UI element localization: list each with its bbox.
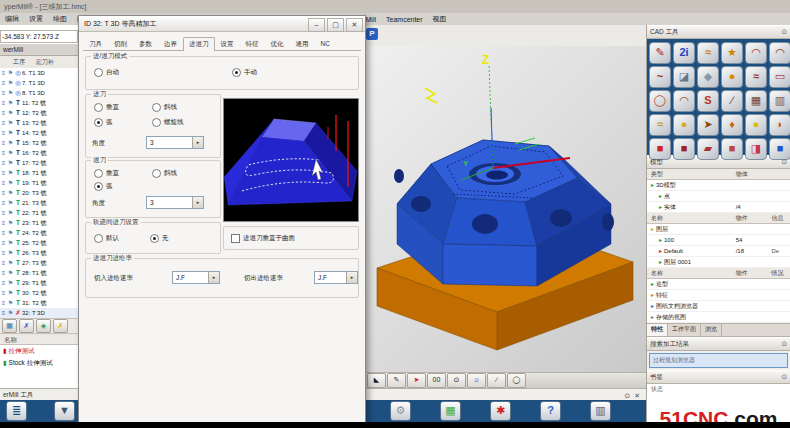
operation-row-14T2[interactable]: ≡⚑T14: T2 铣	[0, 128, 78, 138]
operation-row-30T2[interactable]: ≡⚑T30: T2 铣	[0, 288, 78, 298]
tab-优化[interactable]: 优化	[265, 36, 290, 50]
cad-tool-icon-23[interactable]: ◗	[769, 114, 790, 136]
menu-item-0[interactable]: 编辑	[0, 14, 24, 24]
lead-out-option-垂直[interactable]: 垂直	[94, 169, 119, 178]
menu-item-1[interactable]: 设置	[24, 14, 48, 24]
radio-icon[interactable]	[152, 103, 161, 112]
funnel-icon[interactable]: ▼	[54, 401, 75, 421]
cad-tool-icon-5[interactable]: ◠	[769, 42, 790, 64]
operation-row-13T2[interactable]: ≡⚑T13: T2 铣	[0, 118, 78, 128]
cad-tool-icon-25[interactable]: ■	[673, 138, 695, 160]
brush-icon[interactable]: ✎	[387, 373, 406, 388]
cad-tool-icon-1[interactable]: 2i	[673, 42, 695, 64]
tab-边界[interactable]: 边界	[158, 36, 183, 50]
pin-icon[interactable]: ⊙	[781, 156, 787, 168]
delete-x-icon[interactable]: ✗	[19, 319, 34, 333]
operation-row-21T3[interactable]: ≡⚑T21: T3 铣	[0, 198, 78, 208]
minimize-icon[interactable]: –	[308, 18, 325, 32]
radio-icon[interactable]	[152, 118, 161, 127]
radio-icon[interactable]	[94, 234, 103, 243]
lead-in-option-螺旋线[interactable]: 螺旋线	[152, 118, 184, 127]
tab-进退刀[interactable]: 进退刀	[183, 37, 215, 51]
radio-icon[interactable]	[152, 169, 161, 178]
cad-tool-icon-15[interactable]: ∕	[721, 90, 743, 112]
cad-tool-icon-11[interactable]: ▭	[769, 66, 790, 88]
radio-icon[interactable]	[94, 182, 103, 191]
list-item-0[interactable]: ▮拉伸测试	[0, 345, 78, 357]
menu-item-2[interactable]: 绘图	[48, 14, 72, 24]
operation-row-15T2[interactable]: ≡⚑T15: T2 铣	[0, 138, 78, 148]
mode-option-自动[interactable]: 自动	[94, 68, 119, 77]
tab-特征[interactable]: 特征	[240, 36, 265, 50]
tab-设置[interactable]: 设置	[215, 36, 240, 50]
radio-icon[interactable]	[94, 103, 103, 112]
menu-item-16[interactable]: 视图	[428, 14, 452, 24]
cad-tool-icon-28[interactable]: ◨	[745, 138, 767, 160]
user-icon[interactable]: ☺	[467, 373, 486, 388]
operation-row-24T2[interactable]: ≡⚑T24: T2 铣	[0, 228, 78, 238]
layer-row-3[interactable]: ▸图层 0001	[647, 257, 790, 268]
report-icon[interactable]: ▥	[590, 401, 611, 421]
cad-tool-icon-4[interactable]: ◠	[745, 42, 767, 64]
list-icon[interactable]: ≣	[6, 401, 27, 421]
lead-out-feed-field[interactable]: J.F ▸	[314, 271, 358, 284]
pin-icon[interactable]: ⊙	[781, 26, 787, 38]
operation-row-25T2[interactable]: ≡⚑T25: T2 铣	[0, 238, 78, 248]
operation-row-19T1[interactable]: ≡⚑T19: T1 铣	[0, 178, 78, 188]
help-icon[interactable]: ?	[540, 401, 561, 421]
shield-icon[interactable]: ◈	[36, 319, 51, 333]
operation-row-31T2[interactable]: ≡⚑T31: T2 铣	[0, 298, 78, 308]
property-row-1[interactable]: ▸特征	[647, 290, 790, 301]
layer-row-1[interactable]: ▸10054	[647, 235, 790, 246]
lead-in-feed-field[interactable]: J.F ▸	[172, 271, 220, 284]
tab-NC[interactable]: NC	[315, 36, 336, 50]
cad-tool-icon-22[interactable]: ●	[745, 114, 767, 136]
operation-row-22T1[interactable]: ≡⚑T22: T1 铣	[0, 208, 78, 218]
panel-tab-浏览[interactable]: 浏览	[701, 324, 722, 336]
operation-row-8T13D[interactable]: ≡⚑◎8. T1 3D	[0, 88, 78, 98]
pin-icon[interactable]: ⊙	[781, 338, 787, 350]
tab-切削[interactable]: 切削	[108, 36, 133, 50]
operation-row-18T1[interactable]: ≡⚑T18: T1 铣	[0, 168, 78, 178]
browser-tab-hypermill[interactable]: werMill	[0, 44, 78, 56]
lead-in-option-斜线[interactable]: 斜线	[152, 103, 177, 112]
robot-icon[interactable]: ✱	[490, 401, 511, 421]
bookmark-row[interactable]: 状态	[647, 384, 790, 394]
operation-row-6T13D[interactable]: ≡⚑◎6. T1 3D	[0, 68, 78, 78]
spinner-icon[interactable]: ▸	[346, 272, 357, 283]
panel-tab-工作平面[interactable]: 工作平面	[668, 324, 701, 336]
link-option-默认[interactable]: 默认	[94, 234, 119, 243]
dialog-titlebar[interactable]: ID 32: T 3D 等高精加工 – ▢ ✕	[79, 16, 365, 32]
cad-tool-icon-12[interactable]: ◯	[649, 90, 671, 112]
grid-icon[interactable]: ▦	[2, 319, 17, 333]
layer-row-2[interactable]: ▸Default/18De	[647, 246, 790, 257]
cad-tool-icon-26[interactable]: ▰	[697, 138, 719, 160]
lead-in-option-垂直[interactable]: 垂直	[94, 103, 119, 112]
property-row-2[interactable]: ▸图纸文档浏览器	[647, 301, 790, 312]
operation-row-20T3[interactable]: ≡⚑T20: T3 铣	[0, 188, 78, 198]
operation-row-17T2[interactable]: ≡⚑T17: T2 铣	[0, 158, 78, 168]
lead-in-angle-field[interactable]: 3 ▸	[146, 136, 204, 149]
cad-tool-icon-14[interactable]: S	[697, 90, 719, 112]
3d-viewport[interactable]: Z Y	[365, 46, 646, 372]
pointer-icon[interactable]: ➤	[407, 373, 426, 388]
lead-in-option-弧[interactable]: 弧	[94, 118, 113, 127]
close-icon[interactable]: ✕	[346, 18, 363, 32]
operation-row-7T13D[interactable]: ≡⚑◎7. T1 3D	[0, 78, 78, 88]
radio-icon[interactable]	[232, 68, 241, 77]
model-row-0[interactable]: ▸3D模型	[647, 180, 790, 191]
layer-row-0[interactable]: ▸图层	[647, 224, 790, 235]
pin-icon[interactable]: ⊙	[781, 371, 787, 383]
link-option-无[interactable]: 无	[150, 234, 169, 243]
cad-tool-icon-16[interactable]: ▦	[745, 90, 767, 112]
wrench-icon[interactable]: ⚙	[390, 401, 411, 421]
cad-tool-icon-10[interactable]: ≈	[745, 66, 767, 88]
cad-tool-icon-18[interactable]: ≈	[649, 114, 671, 136]
lead-out-angle-field[interactable]: 3 ▸	[146, 196, 204, 209]
operation-row-27T3[interactable]: ≡⚑T27: T3 铣	[0, 258, 78, 268]
tab-刀具[interactable]: 刀具	[83, 36, 108, 50]
cad-tool-icon-3[interactable]: ★	[721, 42, 743, 64]
cad-tool-icon-7[interactable]: ◪	[673, 66, 695, 88]
radio-icon[interactable]	[94, 68, 103, 77]
point-icon[interactable]: ⊙	[447, 373, 466, 388]
